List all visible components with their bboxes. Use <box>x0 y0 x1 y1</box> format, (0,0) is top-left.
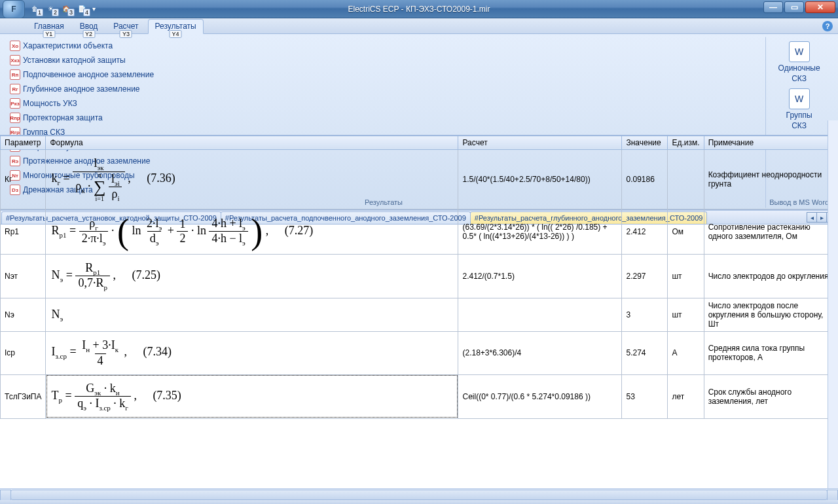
cell-param[interactable]: Rp1 <box>1 209 46 254</box>
window-title: ElectriCS ECP - КП-ЭХЗ-СТО2009-1.mir <box>0 5 838 14</box>
cell-note[interactable]: Число электродов после округления в боль… <box>704 298 837 331</box>
results-icon: Rг <box>10 84 20 94</box>
grid-row[interactable]: Nэт Nэ = Rр10,7·Rр , (7.25) 2.412/(0.7*1… <box>1 254 838 298</box>
cell-formula[interactable]: kг = lэкρк · n∑i=1 lэiρi , (7.36) <box>46 150 458 209</box>
maximize-button[interactable]: ▭ <box>784 1 804 13</box>
results-grid[interactable]: Параметр Формула Расчет Значение Ед.изм.… <box>0 135 838 419</box>
results-icon: Rп <box>10 69 20 80</box>
word-icon: W <box>789 41 810 62</box>
cell-note[interactable]: Число электродов до округления <box>704 254 837 298</box>
cell-value[interactable]: 0.09186 <box>622 150 668 209</box>
ritem-cathodic[interactable]: XкзУстановки катодной защиты <box>7 53 751 67</box>
cell-param[interactable]: ТслГЗиПА <box>1 374 46 418</box>
horizontal-scrollbar[interactable] <box>0 488 838 500</box>
cell-note[interactable]: Сопротивление растеканию одного заземлит… <box>704 209 837 254</box>
cell-value[interactable]: 2.412 <box>622 209 668 254</box>
col-unit[interactable]: Ед.изм. <box>668 136 704 150</box>
results-icon: Xкз <box>10 55 20 65</box>
cell-calc[interactable] <box>458 298 622 331</box>
minimize-button[interactable]: — <box>763 1 783 13</box>
cell-unit[interactable]: шт <box>668 254 704 298</box>
grid-row[interactable]: Rp1 Rр1 = ρг2·π·lэ · ( ln 2·lэdэ + 12 · … <box>1 209 838 254</box>
cell-formula[interactable]: Rр1 = ρг2·π·lэ · ( ln 2·lэdэ + 12 · ln 4… <box>46 209 458 254</box>
word-icon: W <box>789 88 810 109</box>
cell-param[interactable]: Nэт <box>1 254 46 298</box>
ritem-subsoil[interactable]: RпПодпочвенное анодное заземление <box>7 67 751 82</box>
cell-unit[interactable] <box>668 150 704 209</box>
cell-calc[interactable]: Ceil((0* 0.77)/(0.6 * 5.274*0.09186 )) <box>458 374 622 418</box>
cell-param[interactable]: Iср <box>1 331 46 374</box>
word-group-skz[interactable]: W Группы СКЗ <box>769 86 829 133</box>
ribbon-tab-calc[interactable]: РасчетY3 <box>107 20 145 33</box>
ribbon-tab-input[interactable]: ВводY2 <box>73 20 105 33</box>
vertical-scrollbar[interactable] <box>828 120 838 488</box>
cell-calc[interactable]: (63.69/(2*3.14*26)) * ( ln(( 2*26) /0.18… <box>458 209 622 254</box>
results-icon: Xo <box>10 41 20 51</box>
status-bar <box>0 500 838 504</box>
col-value[interactable]: Значение <box>622 136 668 150</box>
grid-row[interactable]: ТслГЗиПА Tр = Gэк · kиqэ · Iз.ср · kг , … <box>1 374 838 418</box>
grid-row[interactable]: Кг kг = lэкρк · n∑i=1 lэiρi , (7.36) 1.5… <box>1 150 838 209</box>
close-button[interactable]: ✕ <box>805 1 835 13</box>
cell-value[interactable]: 53 <box>622 374 668 418</box>
cell-note[interactable]: Коэффициент неоднородности грунта <box>704 150 837 209</box>
cell-calc[interactable]: (2.18+3*6.306)/4 <box>458 331 622 374</box>
grid-row[interactable]: Nэ Nэ 3 шт Число электродов после округл… <box>1 298 838 331</box>
ritem-protector[interactable]: RпрПротекторная защита <box>7 111 751 125</box>
col-note[interactable]: Примечание <box>704 136 837 150</box>
title-bar: F 🗑1 ☀2 🏠3 📄4 ▾ ElectriCS ECP - КП-ЭХЗ-С… <box>0 0 838 18</box>
ritem-obj-char[interactable]: XoХарактеристики объекта <box>7 39 751 53</box>
cell-unit[interactable]: Ом <box>668 209 704 254</box>
cell-calc[interactable]: 1.5/(40*(1.5/40+2.5/70+8/50+14/80)) <box>458 150 622 209</box>
cell-value[interactable]: 5.274 <box>622 331 668 374</box>
cell-value[interactable]: 3 <box>622 298 668 331</box>
ribbon-tabs: ГлавнаяY1 ВводY2 РасчетY3 РезультатыY4 ? <box>0 18 838 34</box>
results-icon: Rпр <box>10 113 20 123</box>
col-calc[interactable]: Расчет <box>458 136 622 150</box>
grid-row[interactable]: Iср Iз.ср = Iн + 3·Iк4 , (7.34) (2.18+3*… <box>1 331 838 374</box>
ribbon-tab-results[interactable]: РезультатыY4 <box>148 19 204 34</box>
word-single-skz[interactable]: W Одиночные СКЗ <box>769 39 829 86</box>
cell-note[interactable]: Средняя сила тока группы протекторов, А <box>704 331 837 374</box>
ribbon-tab-main[interactable]: ГлавнаяY1 <box>27 20 71 33</box>
cell-param[interactable]: Кг <box>1 150 46 209</box>
cell-formula[interactable]: Tр = Gэк · kиqэ · Iз.ср · kг , (7.35) <box>46 374 458 418</box>
cell-calc[interactable]: 2.412/(0.7*1.5) <box>458 254 622 298</box>
cell-param[interactable]: Nэ <box>1 298 46 331</box>
col-param[interactable]: Параметр <box>1 136 46 150</box>
ritem-ukz-power[interactable]: РкзМощность УКЗ <box>7 96 751 111</box>
results-grid-wrap: Параметр Формула Расчет Значение Ед.изм.… <box>0 135 838 487</box>
cell-value[interactable]: 2.297 <box>622 254 668 298</box>
cell-formula[interactable]: Nэ = Rр10,7·Rр , (7.25) <box>46 254 458 298</box>
col-formula[interactable]: Формула <box>46 136 458 150</box>
ritem-deep-anode[interactable]: RгГлубинное анодное заземление <box>7 82 751 96</box>
cell-unit[interactable]: А <box>668 331 704 374</box>
cell-formula[interactable]: Nэ <box>46 298 458 331</box>
help-icon[interactable]: ? <box>822 21 833 31</box>
cell-unit[interactable]: шт <box>668 298 704 331</box>
cell-formula[interactable]: Iз.ср = Iн + 3·Iк4 , (7.34) <box>46 331 458 374</box>
cell-unit[interactable]: лет <box>668 374 704 418</box>
cell-note[interactable]: Срок службы анодного заземления, лет <box>704 374 837 418</box>
results-icon: Ркз <box>10 98 20 109</box>
